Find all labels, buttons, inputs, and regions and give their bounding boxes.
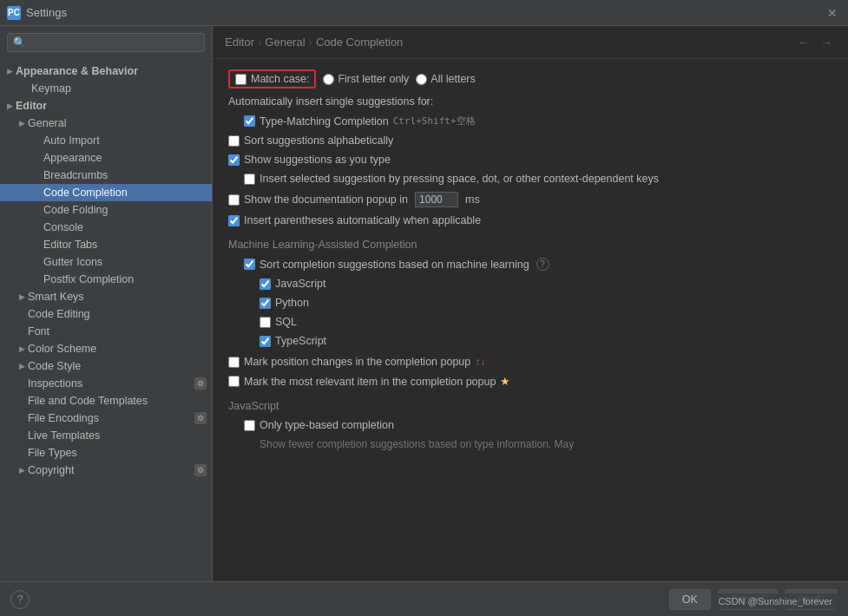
sidebar-item-auto-import[interactable]: ▶ Auto Import [0, 132, 212, 149]
insert-parens-label[interactable]: Insert parentheses automatically when ap… [228, 214, 481, 226]
mark-relevant-row: Mark the most relevant item in the compl… [228, 375, 832, 388]
sort-ml-text: Sort completion suggestions based on mac… [260, 259, 529, 271]
sort-ml-label[interactable]: Sort completion suggestions based on mac… [244, 259, 529, 271]
sidebar-item-postfix-completion[interactable]: ▶ Postfix Completion [0, 271, 212, 288]
breadcrumb-general[interactable]: General [265, 36, 305, 49]
sql-label[interactable]: SQL [260, 316, 297, 328]
arrow-icon: ▶ [16, 119, 28, 128]
show-doc-checkbox[interactable] [228, 194, 240, 206]
mark-position-text: Mark position changes in the completion … [244, 356, 470, 368]
sort-alpha-label[interactable]: Sort suggestions alphabetically [228, 134, 393, 147]
sidebar-item-console[interactable]: ▶ Console [0, 219, 212, 236]
sort-alpha-checkbox[interactable] [228, 135, 240, 147]
typescript-checkbox[interactable] [260, 336, 271, 347]
sidebar-item-code-editing[interactable]: ▶ Code Editing [0, 305, 212, 323]
sidebar-item-inspections[interactable]: ▶ Inspections ⚙ [0, 375, 212, 392]
inspections-badge: ⚙ [194, 377, 207, 390]
match-case-label[interactable]: Match case: [251, 73, 309, 85]
js-checkbox[interactable] [260, 279, 271, 290]
cancel-button[interactable]: Cancel [718, 589, 778, 610]
sidebar-item-file-and-code-templates[interactable]: ▶ File and Code Templates [0, 392, 212, 410]
insert-selected-label[interactable]: Insert selected suggestion by pressing s… [244, 173, 659, 185]
ok-button[interactable]: OK [669, 589, 711, 610]
js-label[interactable]: JavaScript [260, 278, 325, 290]
match-case-checkbox[interactable] [235, 74, 247, 85]
sidebar-item-color-scheme[interactable]: ▶ Color Scheme [0, 340, 212, 357]
show-suggestions-text: Show suggestions as you type [244, 154, 391, 166]
arrow-icon: ▶ [3, 67, 16, 75]
match-case-box: Match case: [228, 69, 316, 88]
mark-relevant-label[interactable]: Mark the most relevant item in the compl… [228, 375, 510, 388]
show-doc-label[interactable]: Show the documentation popup in [228, 193, 408, 206]
close-button[interactable]: ✕ [824, 4, 841, 22]
type-matching-row: Type-Matching Completion Ctrl+Shift+空格 [244, 115, 832, 128]
sidebar-label: Code Style [28, 360, 81, 372]
search-input[interactable] [30, 36, 199, 49]
mark-position-label[interactable]: Mark position changes in the completion … [228, 356, 485, 368]
sidebar-item-file-types[interactable]: ▶ File Types [0, 444, 212, 462]
insert-selected-checkbox[interactable] [244, 174, 255, 185]
sidebar-item-general[interactable]: ▶ General [0, 115, 212, 132]
sidebar-item-code-folding[interactable]: ▶ Code Folding [0, 201, 212, 219]
sidebar-item-editor[interactable]: ▶ Editor [0, 97, 212, 115]
only-type-based-label[interactable]: Only type-based completion [244, 419, 394, 431]
nav-arrows: ← → [794, 34, 836, 51]
breadcrumb-code-completion[interactable]: Code Completion [316, 36, 403, 49]
sidebar-item-breadcrumbs[interactable]: ▶ Breadcrumbs [0, 167, 212, 184]
python-checkbox[interactable] [260, 298, 271, 309]
file-encodings-badge: ⚙ [194, 412, 207, 424]
ms-label: ms [465, 193, 480, 206]
sidebar-label: Code Folding [43, 204, 108, 216]
sidebar-item-live-templates[interactable]: ▶ Live Templates [0, 427, 212, 444]
type-matching-label[interactable]: Type-Matching Completion Ctrl+Shift+空格 [244, 115, 476, 128]
insert-parens-checkbox[interactable] [228, 215, 240, 226]
back-button[interactable]: ← [794, 34, 813, 51]
sidebar-item-file-encodings[interactable]: ▶ File Encodings ⚙ [0, 410, 212, 427]
star-icon: ★ [500, 375, 510, 388]
sort-ml-checkbox[interactable] [244, 259, 255, 270]
insert-selected-text: Insert selected suggestion by pressing s… [260, 173, 659, 185]
typescript-label[interactable]: TypeScript [260, 335, 326, 347]
type-matching-checkbox[interactable] [244, 115, 255, 127]
typescript-text: TypeScript [275, 335, 326, 347]
show-suggestions-label[interactable]: Show suggestions as you type [228, 154, 391, 166]
sidebar-label: File Encodings [28, 412, 99, 424]
sidebar-item-code-style[interactable]: ▶ Code Style [0, 357, 212, 375]
sidebar-item-gutter-icons[interactable]: ▶ Gutter Icons [0, 253, 212, 271]
sidebar-item-appearance-behavior[interactable]: ▶ Appearance & Behavior [0, 62, 212, 80]
sidebar-item-font[interactable]: ▶ Font [0, 323, 212, 340]
forward-button[interactable]: → [817, 34, 836, 51]
all-letters-radio[interactable] [416, 74, 427, 85]
mark-position-checkbox[interactable] [228, 357, 240, 368]
sort-alpha-row: Sort suggestions alphabetically [228, 134, 832, 147]
show-doc-row: Show the documentation popup in ms [228, 192, 832, 207]
settings-panel: Match case: First letter only All letter… [213, 59, 848, 581]
breadcrumb-editor[interactable]: Editor [225, 36, 254, 49]
insert-parens-row: Insert parentheses automatically when ap… [228, 214, 832, 226]
sidebar-item-appearance[interactable]: ▶ Appearance [0, 149, 212, 167]
sidebar-item-editor-tabs[interactable]: ▶ Editor Tabs [0, 236, 212, 253]
sql-checkbox[interactable] [260, 317, 271, 328]
sidebar-item-keymap[interactable]: ▶ Keymap [0, 80, 212, 97]
only-type-based-checkbox[interactable] [244, 420, 255, 431]
sidebar-label: File and Code Templates [28, 395, 148, 407]
apply-button[interactable]: Apply [785, 589, 838, 610]
doc-popup-delay-input[interactable] [415, 192, 458, 207]
all-letters-radio-label[interactable]: All letters [416, 73, 475, 85]
show-suggestions-checkbox[interactable] [228, 154, 240, 166]
search-box[interactable]: 🔍 [7, 33, 205, 52]
search-icon: 🔍 [13, 36, 26, 49]
ml-help-icon[interactable]: ? [536, 258, 549, 271]
help-button[interactable]: ? [10, 590, 30, 609]
first-letter-only-radio-label[interactable]: First letter only [323, 73, 409, 85]
mark-relevant-checkbox[interactable] [228, 376, 240, 387]
sidebar-item-smart-keys[interactable]: ▶ Smart Keys [0, 288, 212, 305]
sidebar-label: Inspections [28, 377, 82, 390]
window-title: Settings [26, 6, 824, 19]
sidebar-label: Font [28, 325, 49, 337]
sidebar-item-code-completion[interactable]: ▶ Code Completion [0, 184, 212, 201]
python-label[interactable]: Python [260, 297, 309, 309]
sidebar-item-copyright[interactable]: ▶ Copyright ⚙ [0, 462, 212, 479]
first-letter-only-radio[interactable] [323, 74, 334, 85]
arrow-icon: ▶ [3, 102, 16, 110]
